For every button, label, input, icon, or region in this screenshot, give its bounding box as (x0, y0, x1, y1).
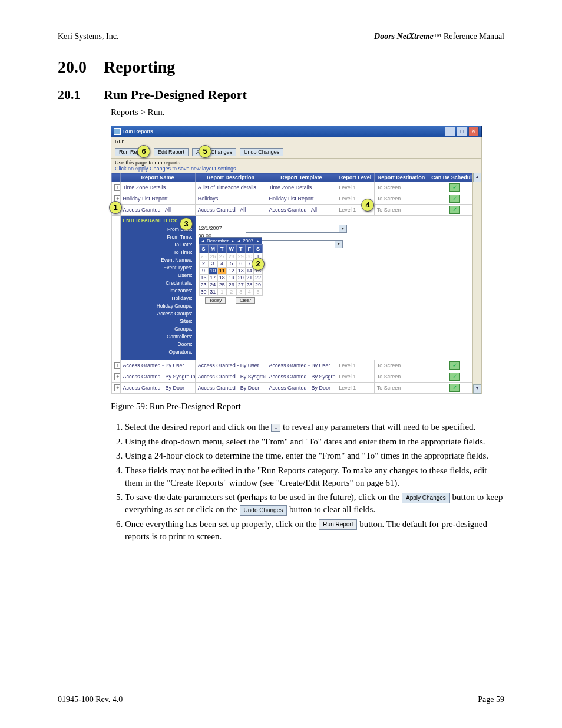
expand-icon[interactable]: + (114, 362, 120, 369)
grid-row[interactable]: + Access Granted - By Door Access Grante… (112, 383, 481, 394)
param-labels: ENTER PARAMETERS: From Date: From Time: … (121, 216, 196, 360)
reports-grid: Report Name Report Description Report Te… (111, 173, 482, 394)
page-number: Page 59 (478, 695, 504, 704)
parameters-panel-row: ENTER PARAMETERS: From Date: From Time: … (112, 216, 481, 360)
step-4: These fields may not be edited in the "R… (125, 465, 504, 489)
window-icon (114, 128, 121, 135)
grid-row[interactable]: − Access Granted - All Access Granted - … (112, 205, 481, 216)
vertical-scrollbar[interactable]: ▴ ▾ (472, 173, 481, 394)
callout-5: 5 (199, 145, 211, 158)
hint-line-2: Click on Apply Changes to save new layou… (115, 166, 478, 172)
step-1: Select the desired report and click on t… (125, 421, 504, 433)
col-report-destination[interactable]: Report Destination (374, 173, 428, 182)
next-month-icon[interactable]: ▸ (230, 238, 235, 243)
step-6: Once everything has been set up properly… (125, 518, 504, 542)
check-icon: ✓ (449, 373, 460, 381)
grid-row[interactable]: + Time Zone Details A list of Timezone d… (112, 182, 481, 193)
col-report-description[interactable]: Report Description (195, 173, 266, 182)
from-date-dropdown[interactable] (246, 225, 347, 233)
from-date-value[interactable]: 12/1/2007 (199, 225, 222, 231)
expand-icon: + (271, 424, 280, 432)
doc-number: 01945-100 Rev. 4.0 (58, 695, 123, 704)
undo-changes-inline-button: Undo Changes (240, 505, 287, 516)
step-3: Using a 24-hour clock to determine the t… (125, 450, 504, 462)
today-button[interactable]: Today (205, 297, 226, 304)
prev-month-icon[interactable]: ◂ (200, 238, 205, 243)
date-picker[interactable]: ◂ December ▸ ◂ 2007 ▸ (199, 237, 262, 305)
month-label[interactable]: December (206, 238, 230, 243)
figure-caption: Figure 59: Run Pre-Designed Report (111, 401, 504, 411)
toolbar: Run Report Edit Report Apply Changes Und… (111, 146, 482, 159)
step-5: To save the date parameters set (perhaps… (125, 491, 504, 515)
apply-changes-inline-button: Apply Changes (402, 493, 450, 503)
callout-3: 3 (180, 218, 193, 230)
scroll-up-icon[interactable]: ▴ (473, 173, 481, 182)
window-title: Run Reports (123, 129, 153, 134)
check-icon: ✓ (449, 361, 460, 370)
expand-icon[interactable]: + (114, 384, 120, 391)
grid-row[interactable]: + Holiday List Report Holidays Holiday L… (112, 193, 481, 205)
scroll-down-icon[interactable]: ▾ (473, 384, 481, 394)
expand-icon[interactable]: + (114, 373, 120, 380)
subsection-heading: 20.1Run Pre-Designed Report (58, 87, 504, 103)
param-values: 12/1/2007 00:00 12/10/2007 ◂ December (196, 216, 481, 360)
check-icon: ✓ (449, 183, 460, 192)
close-button[interactable]: × (468, 127, 479, 136)
run-reports-window: Run Reports _ □ × Run Run Report Edit Re… (111, 126, 482, 394)
check-icon: ✓ (449, 206, 460, 214)
callout-6: 6 (137, 145, 150, 158)
breadcrumb: Reports > Run. (111, 107, 504, 117)
steps-list: Select the desired report and click on t… (111, 421, 504, 542)
section-heading: 20.0Reporting (58, 58, 504, 77)
header-doc-title: Doors NetXtreme™ Reference Manual (374, 32, 504, 41)
next-year-icon[interactable]: ▸ (256, 238, 260, 243)
step-2: Using the drop-down menu, select the "Fr… (125, 436, 504, 448)
callout-2: 2 (252, 258, 265, 271)
callout-4: 4 (361, 199, 374, 212)
check-icon: ✓ (449, 384, 460, 392)
minimize-button[interactable]: _ (445, 127, 455, 136)
check-icon: ✓ (449, 195, 460, 203)
page-header: Keri Systems, Inc. Doors NetXtreme™ Refe… (58, 32, 504, 41)
expand-icon[interactable]: + (114, 184, 120, 191)
hint-line-1: Use this page to run reports. (115, 160, 478, 166)
col-expand[interactable] (112, 173, 121, 182)
hint-area: Use this page to run reports. Click on A… (111, 159, 482, 173)
grid-header-row: Report Name Report Description Report Te… (112, 173, 481, 182)
run-report-inline-button: Run Report (319, 519, 357, 530)
grid-row[interactable]: + Access Granted - By Sysgroup Access Gr… (112, 371, 481, 383)
col-report-level[interactable]: Report Level (336, 173, 375, 182)
menu-run[interactable]: Run (115, 139, 125, 144)
grid-row[interactable]: + Access Granted - By User Access Grante… (112, 360, 481, 371)
undo-changes-button[interactable]: Undo Changes (240, 148, 283, 156)
year-label[interactable]: 2007 (242, 238, 254, 243)
col-report-template[interactable]: Report Template (266, 173, 336, 182)
window-titlebar[interactable]: Run Reports _ □ × (111, 126, 482, 137)
maximize-button[interactable]: □ (457, 127, 467, 136)
edit-report-button[interactable]: Edit Report (154, 148, 189, 156)
header-company: Keri Systems, Inc. (58, 32, 118, 41)
clear-button[interactable]: Clear (236, 297, 255, 304)
prev-year-icon[interactable]: ◂ (236, 238, 241, 243)
col-report-name[interactable]: Report Name (120, 173, 195, 182)
callout-1: 1 (109, 201, 122, 214)
page-footer: 01945-100 Rev. 4.0 Page 59 (58, 695, 504, 704)
menu-bar: Run (111, 137, 482, 146)
